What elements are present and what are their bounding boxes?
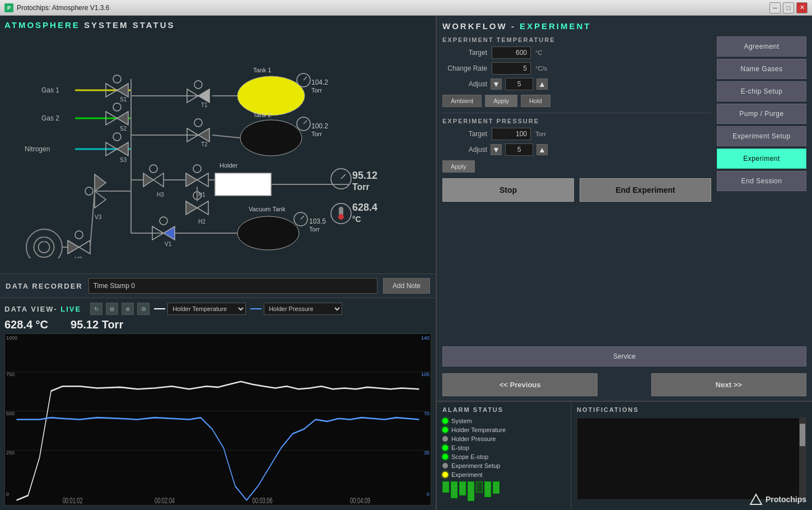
alarm-dot-system	[442, 418, 448, 424]
maximize-btn[interactable]: □	[783, 2, 794, 13]
data-recorder-input[interactable]	[88, 278, 377, 294]
svg-rect-0	[8, 34, 428, 258]
sidebar-echip-setup-btn[interactable]: E-chip Setup	[717, 81, 806, 101]
big-action-row: Stop End Experiment	[442, 178, 711, 202]
change-rate-input[interactable]	[492, 62, 531, 75]
left-panel: ATMOSPHERE SYSTEM STATUS Gas 1 Gas 2	[0, 16, 437, 510]
pressure-apply-button[interactable]: Apply	[442, 160, 475, 173]
temp-target-label: Target	[442, 49, 487, 57]
close-btn[interactable]: ✕	[796, 2, 808, 13]
temp-adjust-down-btn[interactable]: ▼	[491, 78, 502, 90]
add-note-button[interactable]: Add Note	[383, 278, 430, 294]
pressure-target-unit: Torr	[535, 131, 552, 137]
svg-text:V2: V2	[75, 256, 82, 258]
stop-button[interactable]: Stop	[442, 178, 574, 202]
pressure-adjust-input[interactable]	[505, 143, 533, 156]
svg-text:00:02:04: 00:02:04	[155, 495, 175, 505]
pressure-adjust-up-btn[interactable]: ▲	[536, 144, 548, 155]
alarm-item-estop: E-stop	[442, 444, 565, 451]
service-button[interactable]: Service	[442, 346, 806, 367]
alarm-label-estop: E-stop	[451, 444, 469, 451]
svg-text:Gas 2: Gas 2	[41, 114, 59, 122]
notifications-panel: NOTIFICATIONS Protochips	[571, 402, 812, 510]
alarm-label-exp-setup: Experiment Setup	[451, 462, 500, 469]
protochips-logo: Protochips	[750, 493, 806, 506]
series2-dropdown[interactable]: Holder Pressure	[264, 303, 342, 315]
workflow-content: EXPERIMENT TEMPERATURE Target °C Change …	[442, 36, 806, 202]
series2-line-indicator	[250, 308, 262, 309]
protochips-logo-icon	[750, 493, 762, 506]
hold-button[interactable]: Hold	[521, 95, 550, 107]
sidebar-experiment-btn[interactable]: Experiment	[717, 149, 806, 169]
bar-7	[493, 481, 500, 494]
change-rate-label: Change Rate	[442, 64, 487, 72]
alarm-label-scope-estop: Scope E-stop	[451, 453, 488, 460]
alarm-item-holder-temp: Holder Temperature	[442, 426, 565, 433]
temp-adjust-input[interactable]	[505, 78, 533, 90]
svg-text:Gas 1: Gas 1	[41, 86, 59, 94]
svg-text:H2: H2	[198, 219, 206, 225]
svg-marker-102	[750, 494, 762, 504]
svg-point-37	[240, 120, 302, 156]
grid-icon-btn[interactable]: ⊞	[106, 303, 118, 315]
title-bar: P Protochips: Atmosphere V1.3.6 ─ □ ✕	[0, 0, 812, 16]
pressure-action-row: Apply	[442, 160, 711, 173]
sidebar-experiment-setup-btn[interactable]: Experiment Setup	[717, 126, 806, 146]
scrollbar-thumb[interactable]	[800, 424, 805, 446]
bar-1	[442, 481, 449, 493]
svg-text:00:01:02: 00:01:02	[63, 495, 83, 505]
svg-text:Holder: Holder	[220, 162, 238, 169]
alarm-status-panel: ALARM STATUS System Holder Temperature H…	[437, 402, 571, 510]
alarm-item-system: System	[442, 418, 565, 424]
bar-5	[476, 481, 483, 493]
data-view-panel: DATA VIEW- LIVE ↻ ⊞ ⊕ ⚙ Holder Temperatu…	[0, 298, 436, 510]
notifications-title: NOTIFICATIONS	[577, 406, 806, 413]
alarm-label-holder-pressure: Holder Pressure	[451, 435, 496, 442]
temp-apply-button[interactable]: Apply	[485, 95, 517, 107]
ambient-button[interactable]: Ambient	[442, 95, 482, 107]
workflow-title: WORKFLOW - EXPERIMENT	[442, 21, 806, 31]
exp-pressure-title: EXPERIMENT PRESSURE	[442, 118, 711, 124]
pressure-target-input[interactable]	[492, 128, 531, 140]
svg-text:H3: H3	[157, 192, 164, 198]
temp-adjust-up-btn[interactable]: ▲	[536, 78, 548, 90]
app-icon: P	[4, 3, 13, 12]
svg-text:Torr: Torr	[311, 131, 322, 137]
temp-target-input[interactable]	[492, 47, 531, 59]
data-recorder-panel: DATA RECORDER Add Note	[0, 273, 436, 298]
data-view-header: DATA VIEW- LIVE ↻ ⊞ ⊕ ⚙ Holder Temperatu…	[4, 303, 431, 315]
minimize-btn[interactable]: ─	[769, 2, 781, 13]
system-status-title: ATMOSPHERE SYSTEM STATUS	[4, 20, 431, 30]
end-experiment-button[interactable]: End Experiment	[580, 178, 711, 202]
bar-4	[468, 481, 474, 501]
notifications-content	[577, 418, 806, 500]
previous-button[interactable]: << Previous	[442, 373, 598, 396]
sidebar-end-session-btn[interactable]: End Session	[717, 171, 806, 191]
sidebar-agreement-btn[interactable]: Agreement	[717, 36, 806, 57]
pressure-adjust-label: Adjust	[442, 146, 487, 154]
series-values: 628.4 °C 95.12 Torr	[4, 318, 431, 331]
alarm-item-experiment: Experiment	[442, 471, 565, 478]
svg-text:Nitrogen: Nitrogen	[25, 145, 50, 153]
sidebar-pump-purge-btn[interactable]: Pump / Purge	[717, 104, 806, 124]
alarm-label-system: System	[451, 418, 472, 424]
sidebar-name-gases-btn[interactable]: Name Gases	[717, 59, 806, 79]
scrollbar[interactable]	[799, 418, 806, 499]
bar-2	[451, 481, 458, 498]
temp-target-row: Target °C	[442, 47, 711, 59]
workflow-main: EXPERIMENT TEMPERATURE Target °C Change …	[442, 36, 711, 202]
temp-adjust-label: Adjust	[442, 80, 487, 88]
alarm-item-exp-setup: Experiment Setup	[442, 462, 565, 469]
svg-point-30	[237, 76, 305, 115]
svg-point-84	[237, 216, 299, 250]
alarm-label-holder-temp: Holder Temperature	[451, 426, 506, 433]
refresh-icon-btn[interactable]: ↻	[90, 303, 102, 315]
settings-icon-btn[interactable]: ⚙	[137, 303, 150, 315]
svg-text:S3: S3	[120, 157, 127, 163]
series1-dropdown[interactable]: Holder Temperature	[167, 303, 246, 315]
workflow-section: WORKFLOW - EXPERIMENT EXPERIMENT TEMPERA…	[437, 16, 812, 344]
next-button[interactable]: Next >>	[651, 373, 806, 396]
zoom-icon-btn[interactable]: ⊕	[122, 303, 134, 315]
series2-select: Holder Pressure	[250, 303, 342, 315]
pressure-adjust-down-btn[interactable]: ▼	[491, 144, 502, 155]
